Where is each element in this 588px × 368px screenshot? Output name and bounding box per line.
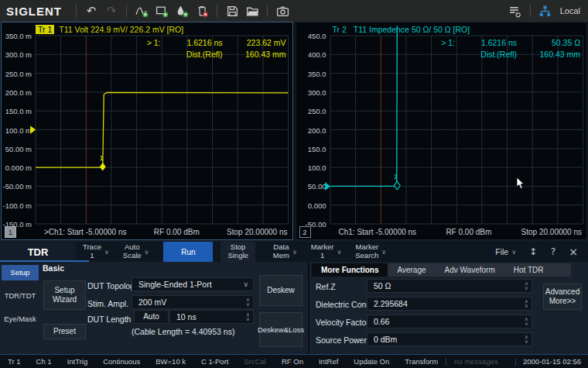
y-tick-label: 300.0 m (5, 50, 32, 59)
deskew-loss-button[interactable]: Deskew&Loss (259, 312, 303, 347)
status-trigger[interactable]: IntTrig (60, 357, 96, 366)
close-icon[interactable]: × (563, 242, 583, 262)
marker-y-value: 50.35 Ω (517, 38, 580, 47)
resize-updown-icon[interactable]: ↕ (523, 242, 543, 262)
status-update[interactable]: Update On (346, 357, 397, 366)
spinner-arrows-icon[interactable]: ∧∨ (521, 317, 532, 326)
trace1-tag[interactable]: Tr 1 (36, 25, 54, 34)
menu-data-mem[interactable]: DataMem ∨ (266, 242, 304, 262)
tab-more-functions[interactable]: More Functions (312, 263, 388, 277)
window2-badge[interactable]: 2 (299, 226, 311, 238)
trace1-y-axis: 350.0 m 300.0 m 250.0 m 200.0 m 150.0 m … (2, 36, 33, 224)
marker-dist-value: 160.43 mm (517, 50, 580, 59)
status-message: no messages (446, 357, 506, 366)
trace2-window[interactable]: Tr 2 T11 Impedence 50 Ω/ 50 Ω [RO] 450.0… (296, 22, 588, 240)
x-start-label[interactable]: >Ch1: Start -5.00000 ns (44, 228, 126, 236)
redo-icon[interactable]: ↷ (101, 2, 121, 19)
velocity-factor-value: 0.66 (374, 317, 389, 326)
y-tick-label: 200.0 m (5, 88, 32, 96)
spinner-arrows-icon[interactable]: ∧∨ (521, 281, 532, 291)
status-trace[interactable]: Tr 1 (0, 357, 29, 366)
x-stop-label[interactable]: Stop 20.00000 ns (521, 228, 582, 236)
undo-icon[interactable]: ↶ (81, 2, 101, 19)
trace2-footer: 2 Ch1: Start -5.00000 ns RF 0.00 dBm Sto… (299, 226, 583, 238)
ref-z-value: 50 Ω (374, 281, 391, 291)
menu-marker-search[interactable]: MarkerSearch ∨ (348, 242, 393, 262)
trace1-title[interactable]: Tr 1 T11 Volt 224.9 mV/ 226.2 mV [RO] (36, 24, 183, 34)
dielectric-const-input[interactable]: 2.295684 ∧∨ (367, 297, 532, 311)
window1-badge[interactable]: 1 (5, 226, 16, 238)
marker-1[interactable]: 1 (100, 154, 106, 170)
screenshot-camera-icon[interactable] (272, 2, 292, 19)
sidebar-tab-setup[interactable]: Setup (2, 265, 39, 280)
delete-icon[interactable] (192, 2, 212, 19)
status-channel[interactable]: Ch 1 (29, 357, 60, 366)
stim-ampl-input[interactable]: 200 mV ∧∨ (132, 295, 254, 309)
tdr-menu-bar: TDR Trace1 ∨ AutoScale ∨ Run StopSingle … (0, 242, 588, 262)
tab-adv-waveform[interactable]: Adv Waveform (436, 263, 504, 277)
chevron-down-icon: ∨ (511, 249, 516, 256)
menu-trace[interactable]: Trace1 ∨ (76, 242, 116, 262)
x-stop-label[interactable]: Stop 20.00000 ns (227, 228, 287, 236)
status-rf[interactable]: RF On (274, 357, 311, 366)
y-tick-label: 250.0 (308, 107, 326, 115)
y-tick-label: 350.0 (308, 69, 326, 77)
add-marker-icon[interactable] (172, 2, 192, 19)
add-window-icon[interactable] (152, 2, 172, 19)
y-tick-label: 450.0 (308, 32, 326, 40)
menu-auto-scale[interactable]: AutoScale ∨ (116, 242, 156, 262)
menu-marker[interactable]: Marker1 ∨ (304, 242, 348, 262)
status-sweep-mode[interactable]: Continuous (95, 357, 148, 366)
trace2-tag[interactable]: Tr 2 (330, 25, 349, 34)
dut-length-input[interactable]: 10 ns ∧∨ (169, 310, 254, 324)
marker-x-value: 1.6216 ns (161, 38, 223, 47)
spinner-arrows-icon[interactable]: ∧∨ (521, 299, 532, 308)
marker-1[interactable]: 1 (393, 173, 399, 190)
marker-x-value: 1.6216 ns (455, 38, 517, 47)
spinner-arrows-icon[interactable]: ∧∨ (243, 297, 253, 307)
add-trace-icon[interactable] (132, 2, 152, 19)
trace1-plot[interactable]: 1 (36, 36, 289, 224)
status-bandwidth[interactable]: BW=10 k (148, 357, 193, 366)
status-ref[interactable]: IntRef (311, 357, 346, 366)
open-folder-icon[interactable] (242, 2, 262, 19)
status-transform[interactable]: Transform (397, 357, 446, 366)
dut-topology-select[interactable]: Single-Ended 1-Port ∨ (132, 277, 254, 291)
x-start-label[interactable]: Ch1: Start -5.00000 ns (339, 228, 417, 236)
marker-y-value: 223.62 mV (223, 38, 286, 47)
tab-hot-tdr[interactable]: Hot TDR (504, 263, 553, 277)
spinner-arrows-icon[interactable]: ∧∨ (521, 335, 532, 344)
marker-id: > 1: (133, 38, 161, 47)
help-icon[interactable]: ? (543, 242, 563, 262)
spinner-arrows-icon[interactable]: ∧∨ (243, 312, 253, 322)
sidebar-tab-tdr-tdt[interactable]: TDR/TDT (2, 288, 39, 304)
tab-average[interactable]: Average (388, 263, 435, 277)
preset-button[interactable]: Preset (43, 324, 86, 339)
trace2-y-axis: 450.0 400.0 350.0 300.0 250.0 200.0 150.… (296, 36, 328, 224)
ref-z-input[interactable]: 50 Ω ∧∨ (367, 279, 532, 293)
trace2-title[interactable]: Tr 2 T11 Impedence 50 Ω/ 50 Ω [RO] (330, 24, 470, 34)
advanced-more-button[interactable]: AdvancedMore>> (543, 284, 582, 310)
source-power-input[interactable]: 0 dBm ∧∨ (367, 332, 532, 346)
status-cal[interactable]: C 1-Port (193, 357, 236, 366)
trace2-plot[interactable]: 1 (330, 36, 583, 224)
dut-length-auto-button[interactable]: Auto (134, 310, 169, 324)
save-icon[interactable] (222, 2, 242, 19)
menu-file[interactable]: File ∨ (488, 242, 523, 262)
y-tick-label: 50.00 m (5, 144, 32, 153)
ref-z-label: Ref.Z (316, 282, 336, 291)
menu-list-icon[interactable] (505, 2, 525, 19)
run-button[interactable]: Run (163, 242, 213, 262)
sidebar-tab-eye-mask[interactable]: Eye/Mask (2, 311, 39, 327)
tdr-app-title[interactable]: TDR (0, 242, 76, 262)
y-tick-label: 400.0 (308, 50, 326, 59)
deskew-button[interactable]: Deskew (259, 275, 303, 306)
control-mode-label[interactable]: Local (556, 6, 588, 15)
velocity-factor-label: Velocity Factor (316, 318, 369, 327)
setup-wizard-button[interactable]: SetupWizard (43, 280, 86, 310)
stop-single-button[interactable]: StopSingle (220, 242, 255, 262)
y-tick-label: -100.0 m (3, 201, 32, 209)
trace1-window[interactable]: Tr 1 T11 Volt 224.9 mV/ 226.2 mV [RO] 35… (1, 22, 293, 240)
network-icon[interactable] (535, 2, 556, 19)
velocity-factor-input[interactable]: 0.66 ∧∨ (367, 315, 532, 328)
